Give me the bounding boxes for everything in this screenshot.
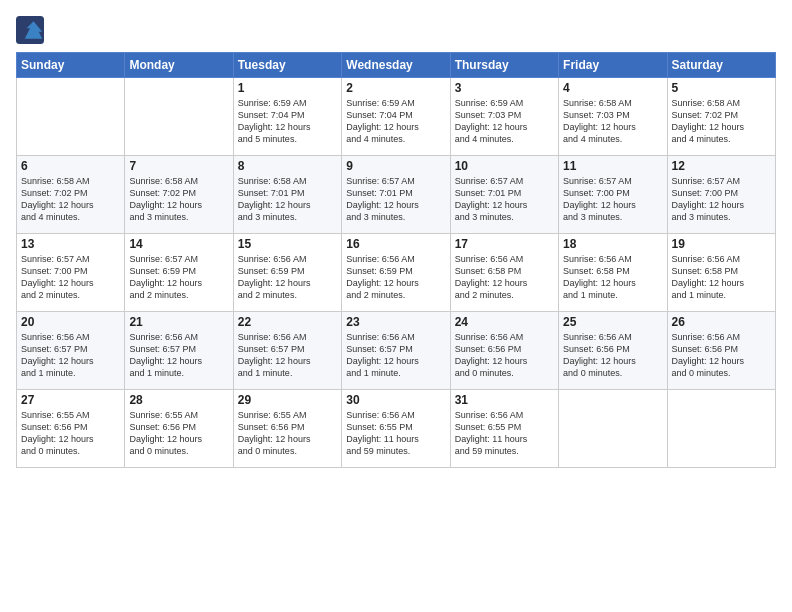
day-number: 7: [129, 159, 228, 173]
day-info: Sunrise: 6:56 AM Sunset: 6:58 PM Dayligh…: [563, 253, 662, 302]
day-info: Sunrise: 6:56 AM Sunset: 6:56 PM Dayligh…: [672, 331, 771, 380]
calendar-cell: 27Sunrise: 6:55 AM Sunset: 6:56 PM Dayli…: [17, 390, 125, 468]
day-info: Sunrise: 6:59 AM Sunset: 7:04 PM Dayligh…: [238, 97, 337, 146]
logo: [16, 16, 48, 44]
calendar-cell: [559, 390, 667, 468]
weekday-header-row: SundayMondayTuesdayWednesdayThursdayFrid…: [17, 53, 776, 78]
calendar-cell: [17, 78, 125, 156]
weekday-header-tuesday: Tuesday: [233, 53, 341, 78]
day-number: 15: [238, 237, 337, 251]
calendar-cell: 14Sunrise: 6:57 AM Sunset: 6:59 PM Dayli…: [125, 234, 233, 312]
day-info: Sunrise: 6:58 AM Sunset: 7:02 PM Dayligh…: [21, 175, 120, 224]
calendar-cell: 15Sunrise: 6:56 AM Sunset: 6:59 PM Dayli…: [233, 234, 341, 312]
calendar-cell: 13Sunrise: 6:57 AM Sunset: 7:00 PM Dayli…: [17, 234, 125, 312]
calendar-cell: 24Sunrise: 6:56 AM Sunset: 6:56 PM Dayli…: [450, 312, 558, 390]
day-info: Sunrise: 6:57 AM Sunset: 7:01 PM Dayligh…: [346, 175, 445, 224]
day-info: Sunrise: 6:59 AM Sunset: 7:03 PM Dayligh…: [455, 97, 554, 146]
calendar-cell: 17Sunrise: 6:56 AM Sunset: 6:58 PM Dayli…: [450, 234, 558, 312]
day-info: Sunrise: 6:56 AM Sunset: 6:57 PM Dayligh…: [129, 331, 228, 380]
logo-icon: [16, 16, 44, 44]
calendar-cell: 3Sunrise: 6:59 AM Sunset: 7:03 PM Daylig…: [450, 78, 558, 156]
day-info: Sunrise: 6:57 AM Sunset: 7:00 PM Dayligh…: [21, 253, 120, 302]
calendar-cell: 19Sunrise: 6:56 AM Sunset: 6:58 PM Dayli…: [667, 234, 775, 312]
weekday-header-friday: Friday: [559, 53, 667, 78]
calendar-cell: 20Sunrise: 6:56 AM Sunset: 6:57 PM Dayli…: [17, 312, 125, 390]
calendar-cell: 26Sunrise: 6:56 AM Sunset: 6:56 PM Dayli…: [667, 312, 775, 390]
day-info: Sunrise: 6:56 AM Sunset: 6:59 PM Dayligh…: [346, 253, 445, 302]
day-number: 22: [238, 315, 337, 329]
calendar-cell: 12Sunrise: 6:57 AM Sunset: 7:00 PM Dayli…: [667, 156, 775, 234]
day-number: 13: [21, 237, 120, 251]
day-number: 23: [346, 315, 445, 329]
day-number: 8: [238, 159, 337, 173]
day-info: Sunrise: 6:56 AM Sunset: 6:56 PM Dayligh…: [455, 331, 554, 380]
day-info: Sunrise: 6:56 AM Sunset: 6:55 PM Dayligh…: [346, 409, 445, 458]
day-info: Sunrise: 6:58 AM Sunset: 7:02 PM Dayligh…: [672, 97, 771, 146]
calendar-week-row: 1Sunrise: 6:59 AM Sunset: 7:04 PM Daylig…: [17, 78, 776, 156]
weekday-header-monday: Monday: [125, 53, 233, 78]
calendar-cell: 22Sunrise: 6:56 AM Sunset: 6:57 PM Dayli…: [233, 312, 341, 390]
calendar-cell: 16Sunrise: 6:56 AM Sunset: 6:59 PM Dayli…: [342, 234, 450, 312]
calendar-cell: 2Sunrise: 6:59 AM Sunset: 7:04 PM Daylig…: [342, 78, 450, 156]
day-number: 19: [672, 237, 771, 251]
calendar-week-row: 13Sunrise: 6:57 AM Sunset: 7:00 PM Dayli…: [17, 234, 776, 312]
calendar-cell: 28Sunrise: 6:55 AM Sunset: 6:56 PM Dayli…: [125, 390, 233, 468]
calendar-cell: 18Sunrise: 6:56 AM Sunset: 6:58 PM Dayli…: [559, 234, 667, 312]
calendar-page: SundayMondayTuesdayWednesdayThursdayFrid…: [0, 0, 792, 612]
calendar-table: SundayMondayTuesdayWednesdayThursdayFrid…: [16, 52, 776, 468]
calendar-cell: 9Sunrise: 6:57 AM Sunset: 7:01 PM Daylig…: [342, 156, 450, 234]
calendar-cell: 10Sunrise: 6:57 AM Sunset: 7:01 PM Dayli…: [450, 156, 558, 234]
day-info: Sunrise: 6:58 AM Sunset: 7:01 PM Dayligh…: [238, 175, 337, 224]
day-info: Sunrise: 6:55 AM Sunset: 6:56 PM Dayligh…: [129, 409, 228, 458]
day-number: 28: [129, 393, 228, 407]
calendar-cell: 30Sunrise: 6:56 AM Sunset: 6:55 PM Dayli…: [342, 390, 450, 468]
day-number: 2: [346, 81, 445, 95]
day-number: 17: [455, 237, 554, 251]
weekday-header-sunday: Sunday: [17, 53, 125, 78]
day-number: 3: [455, 81, 554, 95]
calendar-week-row: 20Sunrise: 6:56 AM Sunset: 6:57 PM Dayli…: [17, 312, 776, 390]
day-number: 9: [346, 159, 445, 173]
day-number: 25: [563, 315, 662, 329]
header: [16, 16, 776, 44]
day-info: Sunrise: 6:56 AM Sunset: 6:55 PM Dayligh…: [455, 409, 554, 458]
calendar-cell: 31Sunrise: 6:56 AM Sunset: 6:55 PM Dayli…: [450, 390, 558, 468]
day-number: 27: [21, 393, 120, 407]
calendar-week-row: 6Sunrise: 6:58 AM Sunset: 7:02 PM Daylig…: [17, 156, 776, 234]
calendar-cell: 21Sunrise: 6:56 AM Sunset: 6:57 PM Dayli…: [125, 312, 233, 390]
calendar-cell: 5Sunrise: 6:58 AM Sunset: 7:02 PM Daylig…: [667, 78, 775, 156]
day-number: 12: [672, 159, 771, 173]
calendar-cell: 23Sunrise: 6:56 AM Sunset: 6:57 PM Dayli…: [342, 312, 450, 390]
day-number: 11: [563, 159, 662, 173]
day-info: Sunrise: 6:57 AM Sunset: 7:00 PM Dayligh…: [563, 175, 662, 224]
day-number: 14: [129, 237, 228, 251]
day-number: 24: [455, 315, 554, 329]
calendar-cell: 11Sunrise: 6:57 AM Sunset: 7:00 PM Dayli…: [559, 156, 667, 234]
calendar-cell: [125, 78, 233, 156]
day-info: Sunrise: 6:56 AM Sunset: 6:57 PM Dayligh…: [21, 331, 120, 380]
day-info: Sunrise: 6:59 AM Sunset: 7:04 PM Dayligh…: [346, 97, 445, 146]
day-info: Sunrise: 6:56 AM Sunset: 6:57 PM Dayligh…: [346, 331, 445, 380]
day-info: Sunrise: 6:56 AM Sunset: 6:59 PM Dayligh…: [238, 253, 337, 302]
day-number: 26: [672, 315, 771, 329]
day-number: 31: [455, 393, 554, 407]
day-info: Sunrise: 6:57 AM Sunset: 6:59 PM Dayligh…: [129, 253, 228, 302]
calendar-cell: 4Sunrise: 6:58 AM Sunset: 7:03 PM Daylig…: [559, 78, 667, 156]
calendar-cell: 29Sunrise: 6:55 AM Sunset: 6:56 PM Dayli…: [233, 390, 341, 468]
day-number: 6: [21, 159, 120, 173]
day-number: 4: [563, 81, 662, 95]
day-info: Sunrise: 6:55 AM Sunset: 6:56 PM Dayligh…: [21, 409, 120, 458]
day-number: 21: [129, 315, 228, 329]
calendar-cell: 8Sunrise: 6:58 AM Sunset: 7:01 PM Daylig…: [233, 156, 341, 234]
calendar-cell: 25Sunrise: 6:56 AM Sunset: 6:56 PM Dayli…: [559, 312, 667, 390]
day-number: 20: [21, 315, 120, 329]
weekday-header-saturday: Saturday: [667, 53, 775, 78]
day-number: 18: [563, 237, 662, 251]
calendar-cell: 1Sunrise: 6:59 AM Sunset: 7:04 PM Daylig…: [233, 78, 341, 156]
day-number: 5: [672, 81, 771, 95]
day-info: Sunrise: 6:58 AM Sunset: 7:03 PM Dayligh…: [563, 97, 662, 146]
day-info: Sunrise: 6:58 AM Sunset: 7:02 PM Dayligh…: [129, 175, 228, 224]
calendar-cell: [667, 390, 775, 468]
day-info: Sunrise: 6:56 AM Sunset: 6:58 PM Dayligh…: [672, 253, 771, 302]
day-info: Sunrise: 6:56 AM Sunset: 6:57 PM Dayligh…: [238, 331, 337, 380]
